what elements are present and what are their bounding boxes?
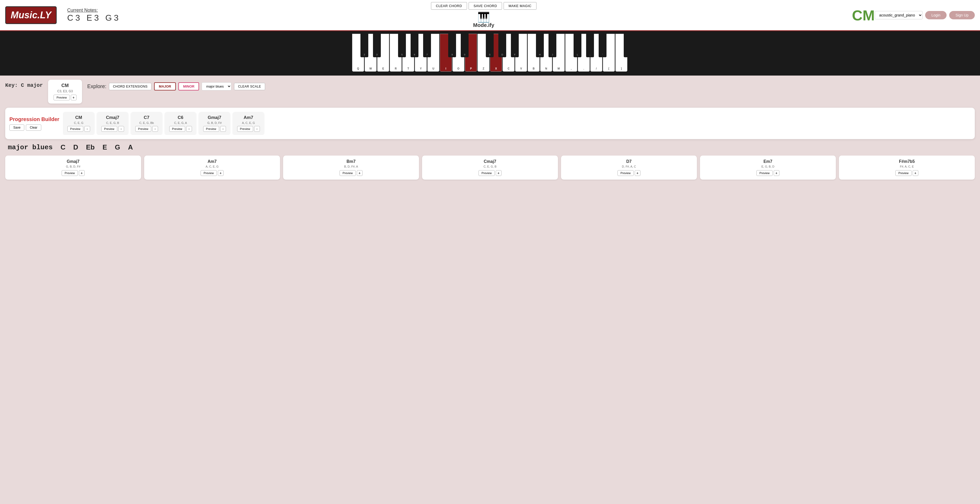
prog-minus-btn-0[interactable]: - [84,126,90,132]
progression-chord-2: C7 C, E, G, Bb Preview - [131,112,162,135]
grid-plus-btn-5[interactable]: + [774,170,780,176]
grid-chord-0: Gmaj7 G, B, D, F# Preview + [5,156,141,180]
black-key-3[interactable]: 5 [398,34,406,57]
header: Music.LY Current Notes: C3 E3 G3 CLEAR C… [0,0,980,31]
key-display: Key: C major [5,80,43,88]
explore-section: Explore: CHORD EXTENSIONS MAJOR MINOR ma… [87,80,975,91]
grid-preview-btn-5[interactable]: Preview [756,170,772,176]
black-key-17[interactable]: L [574,34,581,57]
prog-minus-btn-5[interactable]: - [254,126,260,132]
scale-select[interactable]: major bluesminor bluesmajorminorpentaton… [202,82,231,91]
progression-chord-5: Am7 A, C, E, G Preview - [233,112,264,135]
major-button[interactable]: MAJOR [154,82,176,91]
prog-chord-btns-0: Preview - [67,126,91,132]
prog-chord-name-0: CM [67,115,91,120]
scale-note-4: G [115,143,120,152]
progression-chord-1: Cmaj7 C, E, G, B Preview - [97,112,128,135]
main-content: Key: C major CM C3, E3, G3 Preview + Exp… [0,75,980,184]
black-key-0[interactable]: 2 [360,34,368,57]
grid-plus-btn-2[interactable]: + [357,170,363,176]
black-key-8[interactable]: 0 [461,34,469,57]
grid-chord-name-3: Cmaj7 [425,159,555,164]
clear-scale-button[interactable]: CLEAR SCALE [234,83,265,90]
grid-plus-btn-3[interactable]: + [496,170,501,176]
black-key-11[interactable]: D [498,34,506,57]
scale-note-0: C [60,143,65,152]
grid-preview-btn-0[interactable]: Preview [62,170,78,176]
grid-plus-btn-6[interactable]: + [913,170,918,176]
black-key-5[interactable]: 7 [423,34,431,57]
grid-chord-name-5: Em7 [703,159,833,164]
prog-minus-btn-4[interactable]: - [220,126,226,132]
prog-chord-btns-4: Preview - [202,126,226,132]
prog-preview-btn-0[interactable]: Preview [67,126,83,132]
grid-plus-btn-4[interactable]: + [635,170,640,176]
grid-chord-notes-2: B, D, F#, A [286,165,416,168]
grid-chord-name-4: D7 [564,159,694,164]
black-key-14[interactable]: H [536,34,544,57]
grid-preview-btn-2[interactable]: Preview [340,170,355,176]
login-button[interactable]: Login [925,11,947,19]
current-chord-preview-btn[interactable]: Preview [54,95,70,100]
grid-chord-2: Bm7 B, D, F#, A Preview + [283,156,419,180]
grid-preview-btn-3[interactable]: Preview [479,170,495,176]
make-magic-button[interactable]: MAKE MAGIC [504,2,536,10]
black-key-12[interactable]: F [511,34,519,57]
progression-clear-button[interactable]: Clear [26,124,41,131]
scale-note-3: E [102,143,107,152]
current-chord-plus-btn[interactable]: + [71,95,76,100]
grid-preview-btn-6[interactable]: Preview [896,170,911,176]
prog-chord-btns-3: Preview - [169,126,192,132]
logo: Music.LY [5,6,57,24]
scale-note-5: A [128,143,133,152]
progression-chord-0: CM C, E, G Preview - [63,112,94,135]
prog-preview-btn-4[interactable]: Preview [203,126,219,132]
current-notes-values: C3 E3 G3 [67,13,121,23]
current-chord-name: CM [53,83,77,88]
grid-chord-notes-4: D, F#, A, C [564,165,694,168]
prog-chord-btns-1: Preview - [100,126,124,132]
instrument-select[interactable]: acoustic_grand_piano [875,11,923,19]
progression-cards: CM C, E, G Preview - Cmaj7 C, E, G, B Pr… [63,112,970,135]
black-key-4[interactable]: 6 [410,34,418,57]
black-key-15[interactable]: J [549,34,556,57]
prog-minus-btn-3[interactable]: - [186,126,192,132]
grid-plus-btn-0[interactable]: + [79,170,84,176]
prog-preview-btn-5[interactable]: Preview [237,126,253,132]
black-key-19[interactable]: ' [599,34,606,57]
current-notes-label: Current Notes: [67,8,121,13]
prog-preview-btn-3[interactable]: Preview [169,126,185,132]
prog-minus-btn-2[interactable]: - [152,126,158,132]
prog-preview-btn-2[interactable]: Preview [135,126,151,132]
black-key-10[interactable]: S [486,34,494,57]
piano-container: 2356790SDFHJL;'QWERTYUIOPZXCVBNM,./[] [0,31,980,75]
chord-grid: Gmaj7 G, B, D, F# Preview + Am7 A, C, E,… [5,156,975,180]
prog-minus-btn-1[interactable]: - [118,126,124,132]
signup-button[interactable]: Sign Up [949,11,975,19]
progression-chord-4: Gmaj7 G, B, D, F# Preview - [199,112,230,135]
black-key-21[interactable] [624,34,632,57]
grid-chord-btns-1: Preview + [147,170,277,176]
grid-preview-btn-4[interactable]: Preview [617,170,633,176]
prog-preview-btn-1[interactable]: Preview [101,126,117,132]
grid-chord-btns-4: Preview + [564,170,694,176]
progression-save-button[interactable]: Save [10,124,24,131]
minor-button[interactable]: MINOR [178,82,199,91]
prog-chord-notes-2: C, E, G, Bb [135,121,159,124]
progression-actions: Save Clear [10,124,59,131]
grid-chord-notes-1: A, C, E, G [147,165,277,168]
grid-chord-btns-5: Preview + [703,170,833,176]
grid-chord-1: Am7 A, C, E, G Preview + [144,156,280,180]
black-key-18[interactable]: ; [586,34,594,57]
black-key-7[interactable]: 9 [448,34,456,57]
progression-chord-3: C6 C, E, G, A Preview - [165,112,196,135]
grid-plus-btn-1[interactable]: + [218,170,224,176]
grid-chord-5: Em7 E, G, B, D Preview + [700,156,836,180]
chord-extensions-button[interactable]: CHORD EXTENSIONS [109,83,151,90]
save-chord-button[interactable]: SAVE CHORD [469,2,502,10]
grid-chord-notes-0: G, B, D, F# [8,165,138,168]
grid-preview-btn-1[interactable]: Preview [200,170,216,176]
black-key-1[interactable]: 3 [373,34,381,57]
header-right: acoustic_grand_piano Login Sign Up [875,11,975,19]
clear-chord-button[interactable]: CLEAR CHORD [431,2,467,10]
